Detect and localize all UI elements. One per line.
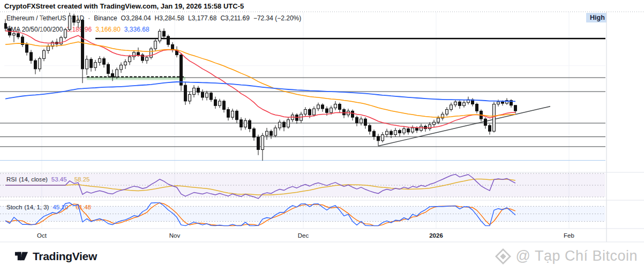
watermark-text: @ Tạp Chí Bitcoin (515, 248, 638, 264)
price-tag-4292.00: 4,292.00 (608, 35, 642, 43)
ema-value-0: 3,189.96 (66, 26, 92, 33)
tradingview-logo[interactable]: TradingView (14, 249, 97, 263)
stoch-tag-61.48: 61.48 (608, 207, 635, 215)
price-tag-3470.01: 3,470.01 (608, 88, 642, 96)
ema-value-1: 3,166.80 (95, 26, 121, 33)
price-chart[interactable] (0, 0, 644, 273)
watermark: @ Tạp Chí Bitcoin (495, 248, 638, 264)
price-tag-2633.57: 2,633.57 (608, 164, 642, 172)
separator-dot: · (70, 14, 72, 22)
countdown-timer: 03:01:16 (608, 113, 642, 120)
price-tag-3336.68: 3,336.68 (608, 97, 642, 105)
stoch-params: (14, 1, 3) (24, 204, 49, 210)
separator-dot: · (88, 14, 90, 22)
time-label-Oct: Oct (37, 232, 47, 239)
ema-legend[interactable]: EMA 20/50/100/2003,189.963,166.803,336.6… (6, 26, 157, 33)
ema-value-2: 3,336.68 (124, 26, 149, 33)
stoch-d-text: 61.48 (76, 204, 91, 210)
rsi-ma-text: 58.25 (74, 176, 90, 183)
tradingview-screenshot: CryptoFXStreet created with TradingView.… (0, 0, 644, 273)
symbol-title[interactable]: Ethereum / TetherUS (6, 14, 66, 22)
footer-bar: TradingView @ Tạp Chí Bitcoin (0, 242, 644, 273)
ohlc-high: H3,284.58 (155, 14, 184, 22)
rsi-label: RSI (6, 176, 17, 183)
exchange-label: Binance (94, 14, 117, 22)
time-label-Feb: Feb (564, 232, 574, 239)
rsi-ma-value: 58.25 (74, 176, 94, 183)
time-label-Nov: Nov (169, 232, 180, 239)
stoch-d-value: 61.48 (76, 204, 95, 210)
high-badge: High (586, 13, 609, 22)
rsi-legend[interactable]: RSI(14, close)53.4558.25 (6, 176, 97, 183)
rsi-value: 53.45 (51, 176, 71, 183)
rsi-tag-58.25: 58.25 (608, 176, 635, 184)
stoch-k-value: 45.10 (53, 204, 72, 210)
ohlc-close: C3,211.69 (220, 14, 250, 22)
price-tag-3058.14: 3,058.14 (608, 139, 642, 147)
stoch-label: Stoch (6, 204, 22, 210)
price-change: −72.34 (−2.20%) (253, 14, 301, 22)
tradingview-logo-icon (14, 249, 29, 263)
rsi-params: (14, close) (19, 176, 48, 183)
stoch-legend[interactable]: Stoch(14, 1, 3)45.1061.48 (6, 204, 99, 210)
price-tag-2783.08: 2,783.08 (608, 156, 642, 164)
price-tag-3669.61: 3,669.61 (608, 74, 642, 82)
timeframe-label[interactable]: 1D (76, 14, 84, 22)
price-tag-2894.97: 2,894.97 (608, 147, 642, 155)
stoch-tag-45.10: 45.10 (608, 216, 635, 224)
price-tag-3189.96: 3,189.96 (608, 122, 642, 130)
ohlc-low: L3,177.68 (188, 14, 216, 22)
tradingview-brand-text: TradingView (33, 250, 97, 263)
time-label-Dec: Dec (298, 232, 309, 239)
rsi-tag-53.45: 53.45 (608, 185, 635, 193)
price-tag-3211.69: 3,211.6903:01:16 (608, 106, 642, 121)
price-tag-3850.00: 3,850.00 (608, 62, 642, 70)
symbol-legend[interactable]: Ethereum / TetherUS·1D·BinanceO3,284.04H… (6, 14, 305, 22)
attribution-text: CryptoFXStreet created with TradingView.… (4, 2, 244, 10)
time-label-2026: 2026 (429, 232, 443, 239)
rsi-value-text: 53.45 (51, 176, 67, 183)
price-tag-3166.80: 3,166.80 (608, 130, 642, 138)
stoch-axis-label: 100.00 (608, 198, 635, 206)
ema-values: 3,189.963,166.803,336.68 (66, 26, 153, 33)
currency-usdt-button[interactable]: USDT (610, 13, 642, 25)
ema-label: EMA 20/50/100/200 (6, 26, 63, 33)
ohlc-open: O3,284.04 (121, 14, 151, 22)
stoch-k-text: 45.10 (53, 204, 68, 210)
diamond-logo-icon (495, 248, 511, 264)
